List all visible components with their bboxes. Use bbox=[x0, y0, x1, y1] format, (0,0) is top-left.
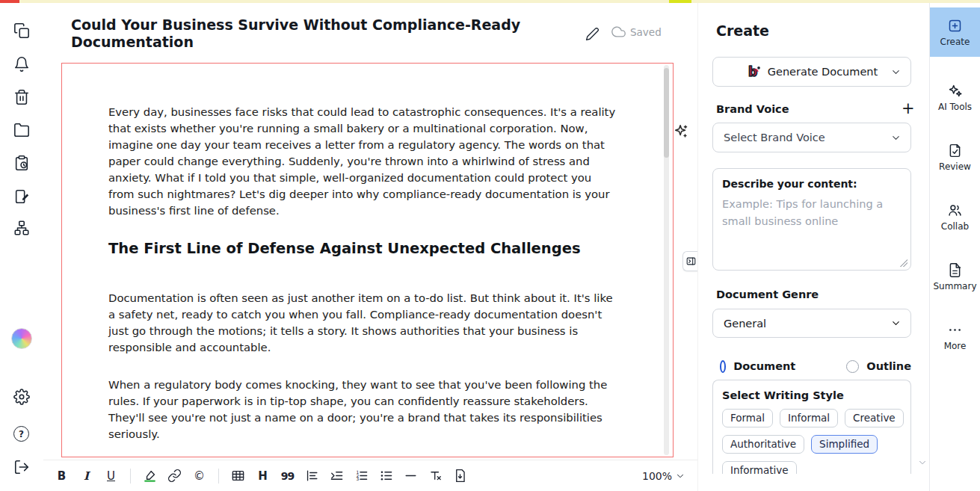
style-pill-informative[interactable]: Informative bbox=[722, 461, 797, 474]
style-pill-informal[interactable]: Informal bbox=[780, 409, 838, 427]
document-title: Could Your Business Survive Without Comp… bbox=[71, 16, 549, 51]
panel-scroll-down-icon[interactable] bbox=[917, 457, 928, 468]
copyright-button[interactable]: © bbox=[188, 466, 210, 487]
cloud-saved-icon bbox=[611, 25, 626, 39]
output-mode-radios: Document Outline bbox=[720, 359, 911, 374]
document-content[interactable]: Every day, businesses face risks that co… bbox=[62, 64, 673, 457]
svg-text:b: b bbox=[748, 64, 757, 79]
bullet-list-button[interactable] bbox=[375, 466, 397, 487]
panel-toggle-button[interactable] bbox=[682, 251, 698, 271]
add-brand-voice-button[interactable]: + bbox=[902, 100, 915, 117]
nav-item-collab[interactable]: Collab bbox=[930, 197, 980, 236]
document-genre-select[interactable]: General bbox=[712, 309, 911, 338]
highlight-button[interactable] bbox=[139, 466, 161, 487]
outline-radio[interactable] bbox=[846, 360, 859, 373]
toolbar-divider bbox=[218, 469, 219, 484]
logout-icon[interactable] bbox=[13, 459, 30, 475]
page-break-button[interactable] bbox=[449, 466, 471, 487]
edit-title-pencil-icon[interactable] bbox=[585, 27, 600, 41]
more-icon bbox=[947, 322, 963, 338]
zoom-level: 100% bbox=[642, 470, 672, 482]
indent-button[interactable] bbox=[326, 466, 348, 487]
generate-document-label: Generate Document bbox=[768, 66, 878, 78]
collab-icon bbox=[947, 203, 963, 218]
brand-logo-icon: b bbox=[746, 64, 761, 79]
nav-item-label: Create bbox=[940, 37, 970, 47]
paragraph: Documentation is often seen as just anot… bbox=[108, 290, 620, 356]
align-button[interactable] bbox=[301, 466, 323, 487]
table-button[interactable] bbox=[227, 466, 249, 487]
brand-voice-label: Brand Voice bbox=[716, 103, 789, 115]
generate-document-dropdown[interactable]: b Generate Document bbox=[712, 57, 911, 87]
folder-icon[interactable] bbox=[13, 122, 30, 138]
right-nav-rail: Create AI Tools Review Collab Summary bbox=[929, 3, 980, 491]
writing-style-box: Select Writing Style Formal Informal Cre… bbox=[712, 380, 911, 474]
save-status: Saved bbox=[611, 25, 662, 39]
heading-button[interactable]: H bbox=[252, 466, 274, 487]
clear-format-button[interactable] bbox=[425, 466, 446, 487]
nav-item-label: Summary bbox=[934, 281, 977, 291]
nav-item-more[interactable]: More bbox=[930, 317, 980, 356]
nav-item-summary[interactable]: Summary bbox=[930, 257, 980, 296]
app-window: ? Could Your Business Survive Without Co… bbox=[0, 0, 980, 491]
describe-content-input[interactable] bbox=[722, 196, 902, 260]
document-genre-label: Document Genre bbox=[716, 288, 819, 300]
document-genre-value: General bbox=[724, 318, 766, 330]
left-sidebar: ? bbox=[0, 3, 43, 491]
document-edit-icon[interactable] bbox=[13, 188, 30, 205]
ordered-list-button[interactable]: 123 bbox=[351, 466, 372, 487]
document-scrollbar-thumb[interactable] bbox=[664, 68, 669, 158]
underline-button[interactable]: U bbox=[100, 466, 122, 487]
save-status-text: Saved bbox=[630, 26, 662, 38]
ai-sparkle-icon[interactable] bbox=[673, 123, 689, 140]
document-radio-label[interactable]: Document bbox=[733, 360, 795, 372]
toolbar-divider bbox=[130, 469, 131, 484]
nav-item-label: AI Tools bbox=[938, 102, 972, 112]
style-pill-formal[interactable]: Formal bbox=[722, 409, 773, 427]
chevron-down-icon bbox=[890, 318, 902, 329]
nav-item-label: Collab bbox=[941, 221, 969, 232]
pages-icon[interactable] bbox=[13, 22, 30, 39]
nav-item-label: More bbox=[944, 341, 967, 351]
zoom-control[interactable]: 100% bbox=[642, 460, 685, 491]
top-strip-green-segment bbox=[669, 0, 691, 3]
bold-button[interactable]: B bbox=[51, 466, 73, 487]
brand-voice-placeholder: Select Brand Voice bbox=[724, 132, 825, 143]
style-pill-simplified[interactable]: Simplified bbox=[811, 435, 878, 454]
resize-handle[interactable] bbox=[899, 259, 907, 267]
document-editor-page[interactable]: Every day, businesses face risks that co… bbox=[61, 63, 674, 457]
summary-icon bbox=[947, 262, 963, 278]
blockquote-button[interactable]: 99 bbox=[277, 466, 298, 487]
chevron-down-icon bbox=[890, 132, 902, 143]
chevron-down-icon bbox=[890, 67, 902, 78]
style-pill-authoritative[interactable]: Authoritative bbox=[722, 435, 804, 454]
nav-item-ai-tools[interactable]: AI Tools bbox=[930, 78, 980, 117]
settings-gear-icon[interactable] bbox=[13, 389, 30, 405]
paragraph: When a regulatory body comes knocking, t… bbox=[108, 377, 620, 442]
document-scrollbar[interactable] bbox=[664, 65, 669, 455]
user-avatar[interactable] bbox=[11, 328, 32, 349]
chevron-down-icon bbox=[675, 471, 685, 481]
nav-item-label: Review bbox=[939, 161, 971, 172]
svg-text:3: 3 bbox=[356, 476, 359, 481]
section-heading: The First Line of Defense Against Unexpe… bbox=[108, 240, 620, 257]
document-radio[interactable] bbox=[720, 360, 726, 373]
trash-icon[interactable] bbox=[13, 89, 30, 105]
style-pill-creative[interactable]: Creative bbox=[845, 409, 904, 427]
sitemap-icon[interactable] bbox=[13, 220, 30, 236]
link-button[interactable] bbox=[164, 466, 185, 487]
horizontal-rule-button[interactable] bbox=[400, 466, 422, 487]
brand-voice-dropdown[interactable]: Select Brand Voice bbox=[712, 123, 911, 152]
outline-radio-label[interactable]: Outline bbox=[866, 360, 911, 372]
italic-button[interactable]: I bbox=[75, 466, 97, 487]
describe-content-label: Describe your content: bbox=[722, 178, 902, 190]
create-plus-icon bbox=[947, 18, 963, 34]
nav-item-create[interactable]: Create bbox=[930, 7, 980, 57]
review-icon bbox=[947, 143, 963, 158]
notifications-icon[interactable] bbox=[13, 56, 30, 72]
editor-toolbar: B I U © H 99 123 bbox=[43, 460, 697, 491]
writing-style-label: Select Writing Style bbox=[722, 389, 902, 401]
nav-item-review[interactable]: Review bbox=[930, 138, 980, 176]
help-icon[interactable]: ? bbox=[13, 426, 29, 442]
clipboard-clock-icon[interactable] bbox=[13, 155, 30, 171]
